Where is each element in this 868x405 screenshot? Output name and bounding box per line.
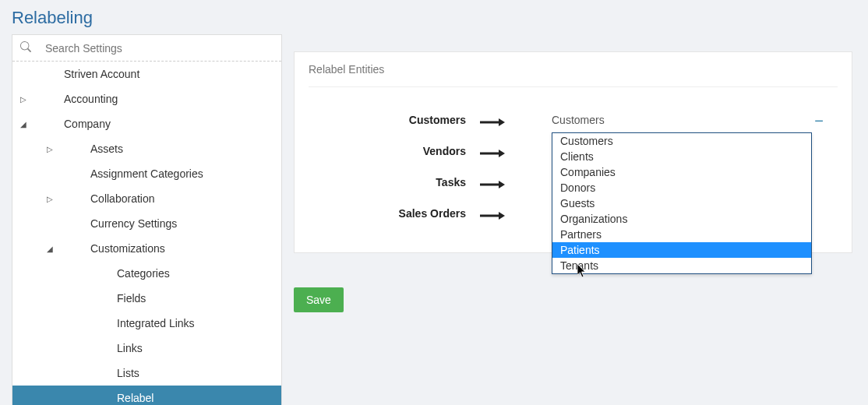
- search-input[interactable]: [45, 42, 273, 55]
- entity-label: Vendors: [309, 145, 480, 157]
- entity-row-customers: CustomersCustomers−CustomersClientsCompa…: [309, 104, 838, 136]
- search-icon: [20, 41, 31, 55]
- arrow-right-icon: [480, 108, 527, 132]
- arrow-right-icon: [480, 171, 527, 195]
- dropdown-option-partners[interactable]: Partners: [552, 227, 811, 242]
- dropdown-option-organizations[interactable]: Organizations: [552, 211, 811, 227]
- caret-collapsed-icon[interactable]: ▷: [47, 145, 62, 153]
- caret-expanded-icon[interactable]: ◢: [20, 120, 36, 129]
- sidebar-item-categories[interactable]: Categories: [12, 261, 281, 286]
- dropdown-option-donors[interactable]: Donors: [552, 180, 811, 195]
- sidebar-item-label: Accounting: [36, 93, 118, 105]
- dropdown-option-companies[interactable]: Companies: [552, 164, 811, 180]
- sidebar-item-label: Fields: [89, 292, 146, 305]
- dropdown-option-clients[interactable]: Clients: [552, 149, 811, 164]
- sidebar-item-relabel[interactable]: Relabel: [12, 386, 281, 405]
- svg-marker-1: [499, 118, 505, 126]
- sidebar-item-label: Categories: [89, 267, 170, 280]
- sidebar-item-currency-settings[interactable]: Currency Settings: [12, 211, 281, 236]
- caret-expanded-icon[interactable]: ◢: [47, 245, 62, 253]
- sidebar-item-label: Assets: [62, 143, 123, 155]
- sidebar-item-integrated-links[interactable]: Integrated Links: [12, 311, 281, 336]
- arrow-right-icon: [480, 139, 527, 164]
- save-button[interactable]: Save: [294, 287, 344, 312]
- entity-label: Tasks: [309, 176, 480, 188]
- dropdown-list: CustomersClientsCompaniesDonorsGuestsOrg…: [552, 132, 812, 274]
- dropdown-option-customers[interactable]: Customers: [552, 133, 811, 149]
- search-row: [12, 35, 281, 62]
- svg-marker-7: [499, 212, 505, 220]
- entity-label: Customers: [309, 114, 480, 126]
- svg-marker-3: [499, 150, 505, 157]
- sidebar-item-assets[interactable]: ▷Assets: [12, 136, 281, 161]
- caret-collapsed-icon[interactable]: ▷: [20, 95, 36, 104]
- sidebar-item-links[interactable]: Links: [12, 336, 281, 361]
- panel-title: Relabel Entities: [309, 63, 838, 87]
- page-title: Relabeling: [0, 0, 868, 34]
- dropdown-option-patients[interactable]: Patients: [552, 242, 811, 258]
- sidebar-item-label: Collaboration: [62, 192, 155, 205]
- sidebar-item-label: Customizations: [62, 242, 165, 255]
- sidebar-item-striven-account[interactable]: Striven Account: [12, 62, 281, 86]
- sidebar-item-label: Assignment Categories: [62, 167, 203, 180]
- sidebar-item-collaboration[interactable]: ▷Collaboration: [12, 186, 281, 211]
- settings-sidebar: Striven Account▷Accounting◢Company▷Asset…: [12, 34, 282, 405]
- sidebar-item-label: Lists: [89, 367, 139, 379]
- relabel-panel: Relabel Entities CustomersCustomers−Cust…: [294, 51, 852, 253]
- sidebar-item-label: Company: [36, 118, 111, 130]
- entity-label: Sales Orders: [309, 207, 480, 220]
- dropdown-value: Customers: [552, 111, 838, 129]
- relabel-dropdown-customers[interactable]: Customers−CustomersClientsCompaniesDonor…: [552, 111, 838, 129]
- sidebar-item-lists[interactable]: Lists: [12, 361, 281, 386]
- caret-collapsed-icon[interactable]: ▷: [47, 195, 62, 203]
- sidebar-item-label: Relabel: [89, 392, 153, 404]
- dropdown-option-tenants[interactable]: Tenants: [552, 258, 811, 273]
- dropdown-minus-icon[interactable]: −: [814, 112, 824, 130]
- main-area: Relabel Entities CustomersCustomers−Cust…: [294, 34, 868, 405]
- sidebar-item-label: Links: [89, 342, 143, 354]
- sidebar-item-label: Integrated Links: [89, 317, 195, 329]
- sidebar-item-assignment-categories[interactable]: Assignment Categories: [12, 161, 281, 186]
- dropdown-option-guests[interactable]: Guests: [552, 195, 811, 211]
- sidebar-item-label: Currency Settings: [62, 217, 177, 230]
- sidebar-item-customizations[interactable]: ◢Customizations: [12, 236, 281, 261]
- sidebar-item-fields[interactable]: Fields: [12, 286, 281, 311]
- sidebar-item-label: Striven Account: [36, 68, 139, 80]
- sidebar-item-accounting[interactable]: ▷Accounting: [12, 86, 281, 111]
- sidebar-item-company[interactable]: ◢Company: [12, 111, 281, 136]
- arrow-right-icon: [480, 202, 527, 226]
- svg-marker-5: [499, 181, 505, 188]
